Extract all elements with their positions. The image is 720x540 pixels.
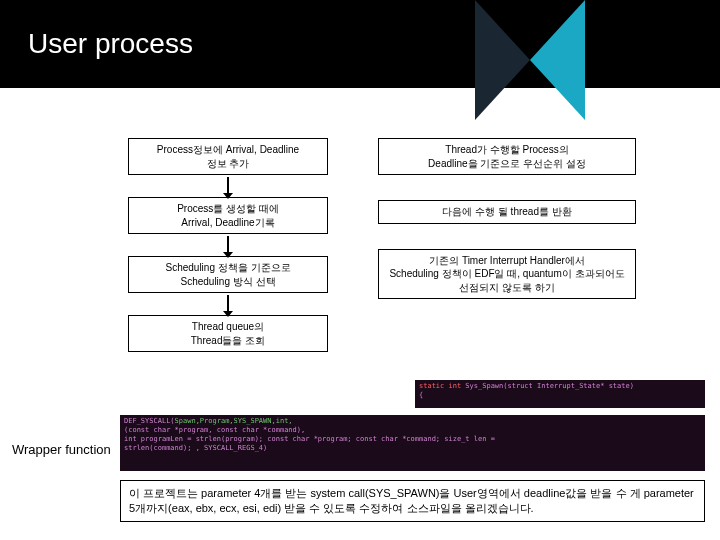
text-line: Thread queue의 bbox=[135, 320, 321, 334]
text-line: Process정보에 Arrival, Deadline bbox=[135, 143, 321, 157]
code-text: strlen(command); , SYSCALL_REGS_4) bbox=[124, 444, 267, 452]
code-text: int programLen = strlen(program); const … bbox=[124, 435, 495, 443]
code-snippet-bottom: DEF_SYSCALL(Spawn,Program,SYS_SPAWN,int,… bbox=[120, 415, 705, 471]
text-line: Process를 생성할 때에 bbox=[135, 202, 321, 216]
text-line: Thread들을 조회 bbox=[135, 334, 321, 348]
content-area: Process정보에 Arrival, Deadline 정보 추가 Proce… bbox=[0, 88, 720, 143]
text-line: Scheduling 정책을 기준으로 bbox=[135, 261, 321, 275]
code-text: DEF_SYSCALL( bbox=[124, 417, 175, 425]
left-box-2: Process를 생성할 때에 Arrival, Deadline기록 bbox=[128, 197, 328, 234]
left-box-4: Thread queue의 Thread들을 조회 bbox=[128, 315, 328, 352]
arrow-down-icon bbox=[227, 236, 229, 254]
code-text: Sys_Spawn bbox=[465, 382, 503, 390]
left-flow-column: Process정보에 Arrival, Deadline 정보 추가 Proce… bbox=[128, 138, 328, 352]
code-text: (struct Interrupt_State* state) bbox=[503, 382, 634, 390]
bottom-note-box: 이 프로젝트는 parameter 4개를 받는 system call(SYS… bbox=[120, 480, 705, 522]
wrapper-function-label: Wrapper function bbox=[12, 442, 111, 457]
left-box-3: Scheduling 정책을 기준으로 Scheduling 방식 선택 bbox=[128, 256, 328, 293]
text-line: Scheduling 정책이 EDF일 때, quantum이 초과되어도 bbox=[385, 267, 629, 281]
right-flow-column: Thread가 수행할 Process의 Deadline을 기준으로 우선순위… bbox=[378, 138, 636, 299]
text-line: Scheduling 방식 선택 bbox=[135, 275, 321, 289]
right-box-3: 기존의 Timer Interrupt Handler에서 Scheduling… bbox=[378, 249, 636, 300]
text-line: 정보 추가 bbox=[135, 157, 321, 171]
right-box-2: 다음에 수행 될 thread를 반환 bbox=[378, 200, 636, 224]
code-text: (const char *program, const char *comman… bbox=[124, 426, 305, 434]
text-line: 선점되지 않도록 하기 bbox=[385, 281, 629, 295]
code-snippet-top: static int Sys_Spawn(struct Interrupt_St… bbox=[415, 380, 705, 408]
text-line: Arrival, Deadline기록 bbox=[135, 216, 321, 230]
code-text: { bbox=[419, 391, 423, 399]
slide-title: User process bbox=[28, 28, 193, 60]
code-text: static int bbox=[419, 382, 465, 390]
arrow-down-icon bbox=[227, 177, 229, 195]
text-line: 기존의 Timer Interrupt Handler에서 bbox=[385, 254, 629, 268]
right-box-1: Thread가 수행할 Process의 Deadline을 기준으로 우선순위… bbox=[378, 138, 636, 175]
text-line: Deadline을 기준으로 우선순위 설정 bbox=[385, 157, 629, 171]
left-box-1: Process정보에 Arrival, Deadline 정보 추가 bbox=[128, 138, 328, 175]
slide-header: User process bbox=[0, 0, 720, 88]
text-line: 다음에 수행 될 thread를 반환 bbox=[385, 205, 629, 219]
text-line: Thread가 수행할 Process의 bbox=[385, 143, 629, 157]
arrow-down-icon bbox=[227, 295, 229, 313]
code-text: Spawn,Program,SYS_SPAWN,int, bbox=[175, 417, 293, 425]
